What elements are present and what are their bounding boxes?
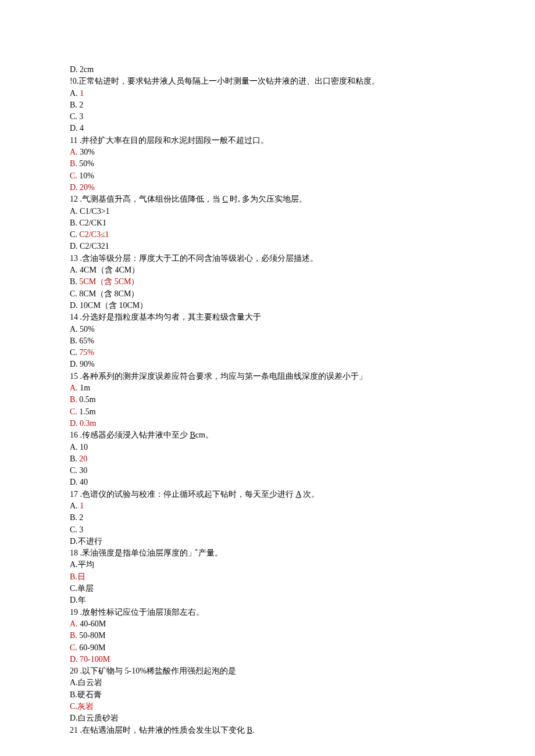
text-segment: C xyxy=(223,195,228,203)
text-line: B. 20 xyxy=(70,453,465,465)
text-segment: A. 4CM（含 4CM） xyxy=(70,266,140,274)
text-line: A. 30% xyxy=(70,146,465,158)
text-line: A. C1/C3>1 xyxy=(70,206,465,217)
text-line: A. 1m xyxy=(70,382,465,394)
text-line: 11 .井径扩大率在目的层段和水泥封固段一般不超过口。 xyxy=(70,135,465,146)
text-segment: C. xyxy=(70,230,79,239)
text-line: A.白云岩 xyxy=(70,677,465,689)
document-page: D. 2cm!0.正常钻进时，要求钻井液人员每隔上一小时测量一次钻井液的进、出口… xyxy=(0,0,535,756)
text-segment: A xyxy=(296,490,301,499)
text-line: B. 0.5m xyxy=(70,394,465,406)
text-segment: B. xyxy=(70,277,79,286)
text-segment: A.平均 xyxy=(70,560,94,569)
text-line: 17 .色谱仪的试验与校准：停止循环或起下钻时，每天至少进行 A 次。 xyxy=(70,489,465,500)
text-line: D. 90% xyxy=(70,359,465,370)
text-segment: cm。 xyxy=(195,431,213,439)
text-line: D. C2/C321 xyxy=(70,241,465,252)
text-segment: 1 xyxy=(80,501,84,510)
text-segment: 次。 xyxy=(301,490,320,499)
text-segment: 5CM（含 5CM） xyxy=(79,277,139,286)
text-segment: 15 .各种系列的测井深度误差应符合要求，均应与第一条电阻曲线深度的误差小于」 xyxy=(70,372,367,381)
text-line: 15 .各种系列的测井深度误差应符合要求，均应与第一条电阻曲线深度的误差小于」 xyxy=(70,371,465,382)
text-line: C.单层 xyxy=(70,583,465,594)
text-line: A. 4CM（含 4CM） xyxy=(70,264,465,276)
text-line: B. 5CM（含 5CM） xyxy=(70,276,465,288)
text-segment: A. xyxy=(70,148,78,156)
text-segment: 60-90M xyxy=(77,643,106,652)
text-segment: 19 .放射性标记应位于油层顶部左右。 xyxy=(70,608,204,617)
text-line: C. 1.5m xyxy=(70,406,465,418)
text-segment: 21 .在钻遇油层时，钻井液的性质会发生以下变化 xyxy=(70,726,247,734)
text-line: D. 0.3m xyxy=(70,418,465,429)
text-line: 14 .分选好是指粒度基本均匀者，其主要粒级含量大于 xyxy=(70,311,465,323)
text-segment: 20 .以下矿物与 5-10%稀盐酸作用强烈起泡的是 xyxy=(70,667,236,675)
text-line: B. 2 xyxy=(70,99,465,111)
text-segment: D. 20% xyxy=(70,183,95,192)
text-line: B. C2/CK1 xyxy=(70,217,465,229)
text-segment: B. 2 xyxy=(70,513,83,522)
text-line: B. 50% xyxy=(70,158,465,170)
text-segment: . xyxy=(252,726,255,734)
text-line: !0.正常钻进时，要求钻井液人员每隔上一小时测量一次钻井液的进、出口密度和粘度。 xyxy=(70,76,465,87)
text-line: B.硬石膏 xyxy=(70,689,465,701)
text-line: D. 40 xyxy=(70,476,465,488)
text-segment: D. C2/C321 xyxy=(70,242,109,250)
text-segment: 75% xyxy=(79,348,94,357)
text-segment: B. xyxy=(70,631,77,640)
text-segment: 1m xyxy=(78,384,90,392)
text-line: C. 75% xyxy=(70,347,465,359)
text-segment: B xyxy=(190,431,195,439)
text-segment: B. 2 xyxy=(70,101,83,109)
text-segment: B. 65% xyxy=(70,336,94,345)
text-line: B. 2 xyxy=(70,512,465,524)
text-line: 18 .釆油强度是指单位油层厚度的」 ̂产量。 xyxy=(70,547,465,559)
text-line: D.年 xyxy=(70,594,465,606)
text-line: 20 .以下矿物与 5-10%稀盐酸作用强烈起泡的是 xyxy=(70,665,465,677)
text-line: 16 .传感器必须浸入钻井液中至少 Bcm。 xyxy=(70,429,465,441)
text-segment: 50-80M xyxy=(77,631,106,640)
text-line: 19 .放射性标记应位于油层顶部左右。 xyxy=(70,607,465,618)
text-segment: B. xyxy=(70,159,77,168)
text-segment: 12 .气测基值升高，气体组份比值降低，当 xyxy=(70,195,223,203)
text-segment: A. xyxy=(70,89,80,98)
text-segment: D. 90% xyxy=(70,360,95,368)
text-line: B. 50-80M xyxy=(70,630,465,642)
text-line: C.灰岩 xyxy=(70,701,465,712)
text-segment: C. 3 xyxy=(70,112,83,121)
text-segment: A.白云岩 xyxy=(70,678,102,687)
text-segment: C. xyxy=(70,348,79,357)
text-segment: 40-60M xyxy=(78,619,106,628)
text-segment: C. 30 xyxy=(70,466,87,475)
text-segment: A. xyxy=(70,384,78,392)
text-segment: 13 .含油等级分层：厚度大于工的不同含油等级岩心，必须分层描述。 xyxy=(70,254,318,263)
text-line: D. 70-100M xyxy=(70,654,465,665)
text-line: D. 10CM（含 10CM） xyxy=(70,300,465,311)
text-segment: 0.5m xyxy=(77,395,96,404)
text-segment: C. xyxy=(70,171,77,180)
text-segment: C. 3 xyxy=(70,525,83,534)
text-segment: C. xyxy=(70,643,77,652)
text-line: B. 65% xyxy=(70,335,465,347)
text-segment: C2/C3≤1 xyxy=(79,230,109,239)
text-line: B.日 xyxy=(70,571,465,583)
text-segment: 30% xyxy=(78,148,95,156)
text-segment: D.白云质砂岩 xyxy=(70,714,119,722)
text-line: D.不进行 xyxy=(70,536,465,547)
text-segment: A. xyxy=(70,501,80,510)
text-segment: B. xyxy=(70,395,77,404)
text-line: C. 10% xyxy=(70,170,465,182)
text-segment: C. xyxy=(70,407,77,416)
text-line: D. 4 xyxy=(70,123,465,134)
text-segment: A. 10 xyxy=(70,443,88,452)
text-line: A. 50% xyxy=(70,324,465,335)
text-segment: 11 .井径扩大率在目的层段和水泥封固段一般不超过口。 xyxy=(70,136,269,145)
text-segment: 18 .釆油强度是指单位油层厚度的」 ̂产量。 xyxy=(70,549,223,557)
text-line: A.平均 xyxy=(70,559,465,571)
text-line: C. C2/C3≤1 xyxy=(70,229,465,241)
text-segment: D. 4 xyxy=(70,124,84,132)
text-segment: A. C1/C3>1 xyxy=(70,207,110,216)
text-segment: 1 xyxy=(80,89,84,98)
text-segment: 1.5m xyxy=(77,407,96,416)
text-segment: 20 xyxy=(79,454,87,463)
text-line: A. 40-60M xyxy=(70,618,465,630)
